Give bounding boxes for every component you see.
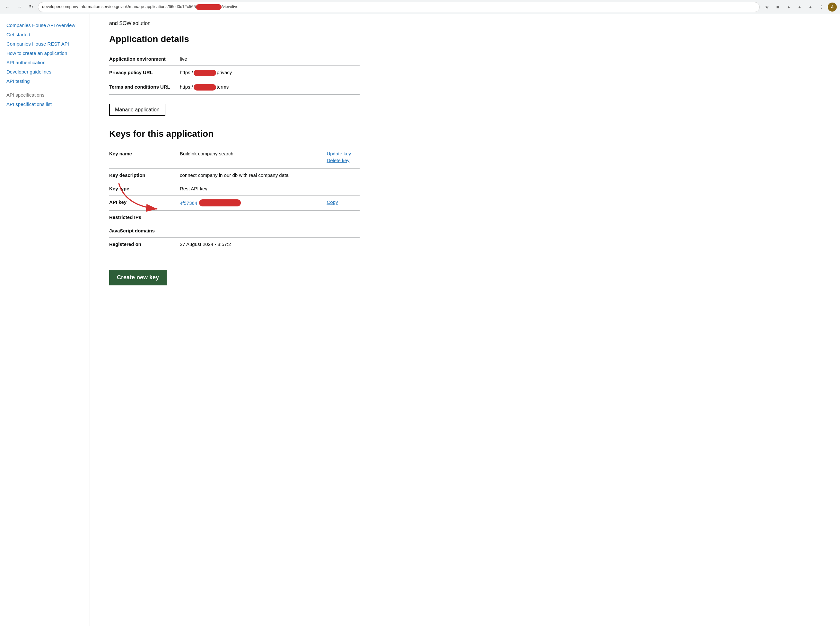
field-label-privacy: Privacy policy URL xyxy=(109,66,180,80)
sidebar-item-dev-guidelines[interactable]: Developer guidelines xyxy=(6,67,83,77)
key-type-value: Rest API key xyxy=(180,182,326,196)
profile-avatar[interactable]: A xyxy=(828,3,837,11)
restricted-ips-actions xyxy=(326,211,360,224)
registered-on-label: Registered on xyxy=(109,238,180,251)
browser-chrome: ← → ↻ developer.company-information.serv… xyxy=(0,0,840,14)
restricted-ips-label: Restricted IPs xyxy=(109,211,180,224)
restricted-ips-value xyxy=(180,211,326,224)
update-key-button[interactable]: Update key xyxy=(326,151,351,156)
field-value-privacy: https:/privacy xyxy=(180,66,360,80)
api-specifications-label: API specifications xyxy=(6,92,83,98)
table-row: Terms and conditions URL https:/terms xyxy=(109,80,360,95)
js-domains-actions xyxy=(326,224,360,238)
sidebar-item-api-specs-list[interactable]: API specifications list xyxy=(6,100,83,109)
api-key-value-cell: 4f57364 xyxy=(180,196,326,211)
delete-key-button[interactable]: Delete key xyxy=(326,158,349,163)
js-domains-label: JavaScript domains xyxy=(109,224,180,238)
back-button[interactable]: ← xyxy=(3,3,12,11)
key-name-value: Buildink company search xyxy=(180,147,326,169)
keys-section-heading: Keys for this application xyxy=(109,129,360,139)
sidebar: Companies House API overview Get started… xyxy=(0,14,90,626)
sidebar-item-api-overview[interactable]: Companies House API overview xyxy=(6,20,83,30)
table-row: Key name Buildink company search Update … xyxy=(109,147,360,169)
key-description-label: Key description xyxy=(109,169,180,182)
field-value-terms: https:/terms xyxy=(180,80,360,95)
sidebar-item-api-auth[interactable]: API authentication xyxy=(6,58,83,67)
table-row: Key description connect company in our d… xyxy=(109,169,360,182)
key-description-actions xyxy=(326,169,360,182)
forward-button[interactable]: → xyxy=(15,3,24,11)
address-text: developer.company-information.service.go… xyxy=(42,4,238,10)
browser-icon-group: ★ ■ ● ● ● ⋮ A xyxy=(762,3,837,11)
sidebar-item-get-started[interactable]: Get started xyxy=(6,30,83,39)
menu-button[interactable]: ⋮ xyxy=(817,3,826,11)
registered-on-value: 27 August 2024 - 8:57:2 xyxy=(180,238,326,251)
field-value-env: live xyxy=(180,52,360,66)
table-row: Registered on 27 August 2024 - 8:57:2 xyxy=(109,238,360,251)
registered-on-actions xyxy=(326,238,360,251)
js-domains-value xyxy=(180,224,326,238)
table-row: Privacy policy URL https:/privacy xyxy=(109,66,360,80)
address-bar[interactable]: developer.company-information.service.go… xyxy=(38,2,760,12)
notification-button[interactable]: ● xyxy=(806,3,815,11)
table-row: Key type Rest API key xyxy=(109,182,360,196)
api-key-label: API key xyxy=(109,196,180,211)
key-type-actions xyxy=(326,182,360,196)
create-new-key-button[interactable]: Create new key xyxy=(109,270,167,285)
key-type-label: Key type xyxy=(109,182,180,196)
api-key-redacted xyxy=(199,199,241,207)
table-row: Application environment live xyxy=(109,52,360,66)
keys-table: Key name Buildink company search Update … xyxy=(109,147,360,251)
sidebar-item-api-testing[interactable]: API testing xyxy=(6,77,83,86)
field-label-env: Application environment xyxy=(109,52,180,66)
table-row: Restricted IPs xyxy=(109,211,360,224)
sidebar-item-rest-api[interactable]: Companies House REST API xyxy=(6,39,83,49)
api-key-display: 4f57364 xyxy=(180,199,326,207)
application-details-table: Application environment live Privacy pol… xyxy=(109,52,360,95)
api-key-actions: Copy xyxy=(326,196,360,211)
translate-button[interactable]: ● xyxy=(795,3,804,11)
manage-application-button[interactable]: Manage application xyxy=(109,104,165,116)
key-name-actions: Update key Delete key xyxy=(326,147,360,169)
reload-button[interactable]: ↻ xyxy=(26,3,35,11)
field-label-terms: Terms and conditions URL xyxy=(109,80,180,95)
extension-button[interactable]: ■ xyxy=(773,3,782,11)
extension-button-2[interactable]: ● xyxy=(784,3,793,11)
page-layout: Companies House API overview Get started… xyxy=(0,14,840,626)
copy-key-button[interactable]: Copy xyxy=(326,199,338,205)
key-description-value: connect company in our db with real comp… xyxy=(180,169,326,182)
sidebar-item-how-to-create[interactable]: How to create an application xyxy=(6,49,83,58)
intro-text: and SOW solution xyxy=(109,20,360,26)
main-content: and SOW solution Application details App… xyxy=(90,14,379,626)
table-row: JavaScript domains xyxy=(109,224,360,238)
key-name-label: Key name xyxy=(109,147,180,169)
api-key-annotation-wrapper: 4f57364 xyxy=(180,199,326,207)
bookmark-button[interactable]: ★ xyxy=(762,3,771,11)
api-key-prefix: 4f57364 xyxy=(180,200,197,206)
table-row: API key xyxy=(109,196,360,211)
application-details-heading: Application details xyxy=(109,34,360,44)
